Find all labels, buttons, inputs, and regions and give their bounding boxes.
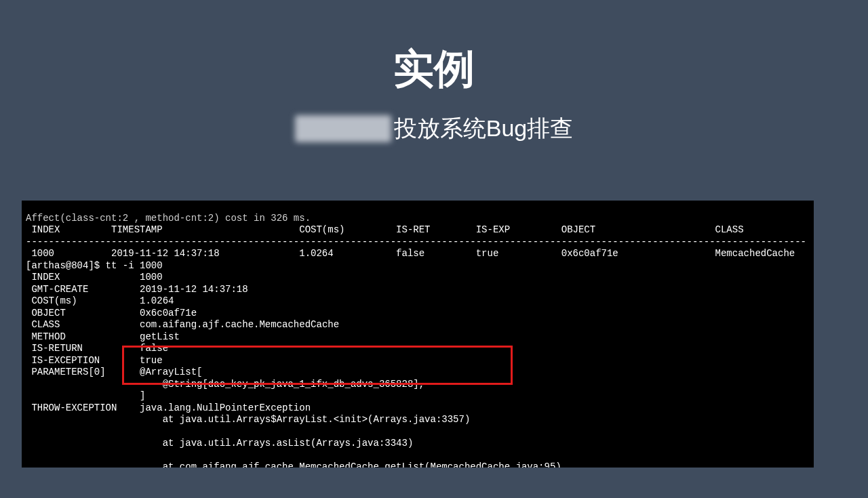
detail-row-throw-0: THROW-EXCEPTION java.lang.NullPointerExc… [26,402,311,413]
detail-row-method: METHOD getList [26,331,180,342]
table-row: 1000 2019-11-12 14:37:18 1.0264 false tr… [26,248,795,259]
header-divider: ----------------------------------------… [26,236,806,247]
slide-title: 实例 [0,42,868,97]
detail-row-gmt: GMT-CREATE 2019-11-12 14:37:18 [26,284,248,295]
slide-subtitle: 投放系统Bug排查 [0,113,868,144]
detail-row-throw-3: at com.aifang.ajf.cache.MemcachedCache.g… [26,461,561,468]
prompt-line: [arthas@804]$ tt -i 1000 [26,260,163,271]
terminal-output: Affect(class-cnt:2 , method-cnt:2) cost … [22,201,814,468]
detail-row-class: CLASS com.aifang.ajf.cache.MemcachedCach… [26,319,339,330]
detail-row-isexception: IS-EXCEPTION true [26,355,163,366]
detail-row-index: INDEX 1000 [26,272,163,283]
detail-row-params-1: @String[dao_key_pk_java_1_ifx_db_advs_36… [26,379,425,390]
blank-line [26,426,31,437]
detail-row-object: OBJECT 0x6c0af71e [26,308,197,318]
detail-row-params-0: PARAMETERS[0] @ArrayList[ [26,367,202,377]
detail-row-cost: COST(ms) 1.0264 [26,295,174,306]
detail-row-throw-1: at java.util.Arrays$ArrayList.<init>(Arr… [26,414,470,425]
subtitle-text: 投放系统Bug排查 [394,113,574,144]
detail-row-throw-2: at java.util.Arrays.asList(Arrays.java:3… [26,438,413,449]
table-header: INDEX TIMESTAMP COST(ms) IS-RET IS-EXP O… [26,224,744,235]
blank-line [26,450,31,461]
affect-line: Affect(class-cnt:2 , method-cnt:2) cost … [26,213,311,224]
detail-row-isreturn: IS-RETURN false [26,343,168,354]
detail-row-params-2: ] [26,390,145,401]
redacted-block [295,115,391,142]
